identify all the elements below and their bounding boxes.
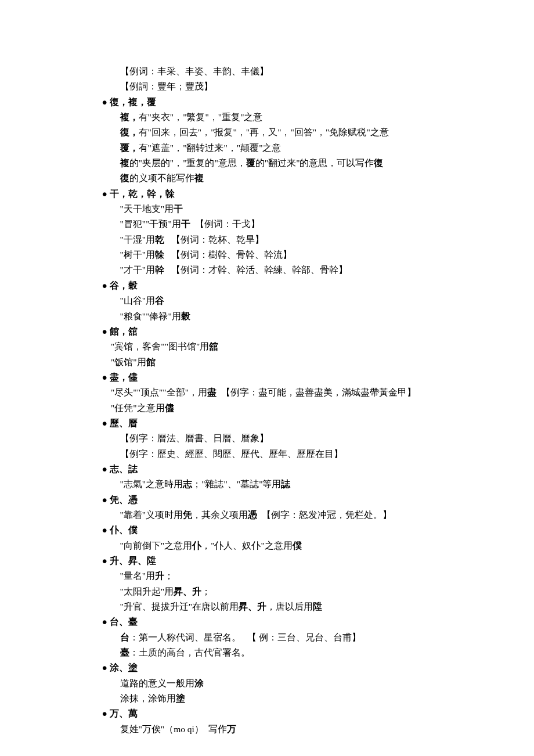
text-line: "粮食""俸禄"用穀 xyxy=(93,309,459,324)
text-line: "饭馆"用館 xyxy=(93,355,459,370)
text-line: "太阳升起"用昇、升； xyxy=(93,584,459,599)
text-line: 復的义项不能写作複 xyxy=(93,171,459,186)
text-line: ● 谷，穀 xyxy=(93,278,459,293)
text-line: 台：第一人称代词、星宿名。 【 例：三台、兄台、台甫】 xyxy=(93,630,459,645)
text-line: ● 涂、塗 xyxy=(93,660,459,675)
text-line: "山谷"用谷 xyxy=(93,293,459,308)
text-line: "才干"用幹 【例词：才幹、幹活、幹練、幹部、骨幹】 xyxy=(93,262,459,278)
text-line: "干湿"用乾 【例词：乾杯、乾旱】 xyxy=(93,232,459,247)
text-line: 覆，有"遮盖"，"翻转过来"，"颠覆"之意 xyxy=(93,141,459,156)
text-line: ● 歷、曆 xyxy=(93,416,459,431)
text-line: 臺：土质的高台，古代官署名。 xyxy=(93,645,459,660)
text-line: ● 凭、憑 xyxy=(93,492,459,507)
text-line: 復，有"回来，回去"，"报复"，"再，又"，"回答"，"免除赋税"之意 xyxy=(93,125,459,140)
text-line: "宾馆，客舍""图书馆"用舘 xyxy=(93,339,459,354)
text-line: "向前倒下"之意用仆，"仆人、奴仆"之意用僕 xyxy=(93,538,459,553)
text-line: "靠着"义项时用凭，其余义项用憑 【例字：怒发冲冠，凭栏处。】 xyxy=(93,507,459,523)
text-line: ● 館，舘 xyxy=(93,324,459,339)
text-line: ● 盡，儘 xyxy=(93,370,459,385)
text-line: "天干地支"用干 xyxy=(93,201,459,217)
text-line: "志氣"之意時用志；"雜誌"、"墓誌"等用誌 xyxy=(93,477,459,492)
text-line: 複的"夹层的"，"重复的"意思，覆的"翻过来"的意思，可以写作復 xyxy=(93,156,459,171)
text-line: 【例字：曆法、曆書、日曆、曆象】 xyxy=(93,431,459,446)
text-line: ● 台、臺 xyxy=(93,614,459,629)
text-line: ● 干，乾，幹，榦 xyxy=(93,186,459,201)
text-line: 複，有"夹衣"，"繁复"，"重复"之意 xyxy=(93,110,459,125)
text-line: ● 万、萬 xyxy=(93,706,459,721)
text-line: "树干"用榦 【例词：樹幹、骨幹、幹流】 xyxy=(93,247,459,262)
text-line: 复姓"万俟"（mo qi） 写作万 xyxy=(93,722,459,737)
text-line: 【例詞：豐年；豐茂】 xyxy=(93,79,459,94)
document-body: 【例词：丰采、丰姿、丰韵、丰儀】【例詞：豐年；豐茂】● 復，複，覆複，有"夹衣"… xyxy=(93,64,459,737)
text-line: ● 仆、僕 xyxy=(93,523,459,538)
text-line: ● 升、昇、陞 xyxy=(93,553,459,568)
text-line: "尽头""顶点""全部"，用盡 【例字：盡可能，盡善盡美，滿城盡帶黃金甲】 xyxy=(93,385,459,400)
text-line: "升官、提拔升迁"在唐以前用昇、升，唐以后用陞 xyxy=(93,599,459,614)
text-line: 道路的意义一般用涂 xyxy=(93,676,459,691)
text-line: "量名"用升； xyxy=(93,568,459,584)
text-line: ● 復，複，覆 xyxy=(93,95,459,110)
text-line: ● 志、誌 xyxy=(93,462,459,477)
text-line: 【例词：丰采、丰姿、丰韵、丰儀】 xyxy=(93,64,459,79)
text-line: 【例字：歷史、經歷、閱歷、歷代、歷年、歷歷在目】 xyxy=(93,447,459,462)
text-line: 涂抹，涂饰用塗 xyxy=(93,691,459,706)
text-line: "任凭"之意用儘 xyxy=(93,401,459,416)
text-line: "冒犯""干预"用干 【例词：干戈】 xyxy=(93,217,459,232)
